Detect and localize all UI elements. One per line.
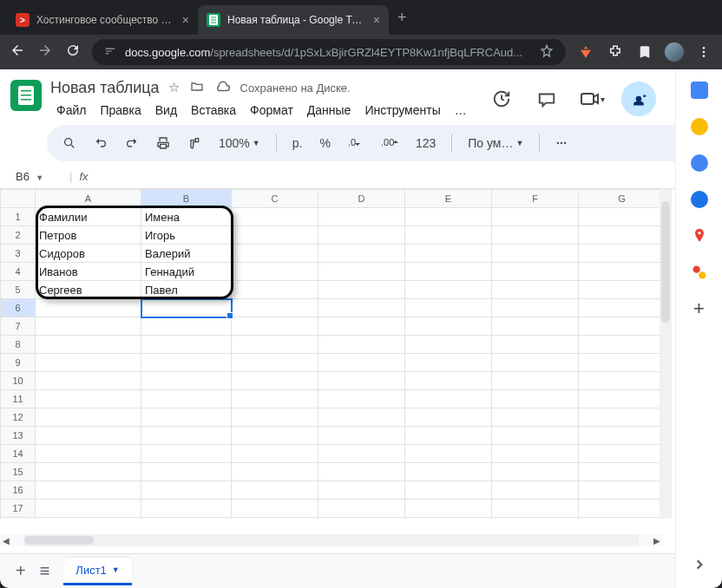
col-header[interactable]: D (318, 190, 405, 208)
cell[interactable] (36, 354, 141, 372)
comments-button[interactable] (531, 83, 562, 114)
cell[interactable] (492, 336, 579, 354)
row-header[interactable]: 14 (1, 445, 36, 463)
cell[interactable] (492, 372, 579, 390)
cell[interactable] (405, 263, 492, 281)
cell[interactable] (232, 299, 318, 317)
formula-bar[interactable] (95, 170, 722, 183)
spreadsheet-grid[interactable]: A B C D E F G 1ФамилииИмена 2ПетровИгорь… (0, 189, 666, 519)
cell[interactable] (141, 336, 232, 354)
cell[interactable]: Павел (141, 281, 232, 299)
undo-button[interactable] (89, 133, 113, 154)
cell[interactable] (579, 317, 666, 336)
paint-format-button[interactable] (182, 133, 207, 154)
col-header[interactable]: B (141, 190, 232, 208)
cell[interactable] (405, 208, 492, 226)
cell[interactable] (318, 208, 405, 226)
col-header[interactable]: C (232, 190, 318, 208)
get-addons-button[interactable]: + (691, 300, 708, 317)
zoom-select[interactable]: 100% ▼ (213, 133, 266, 154)
extension-icon[interactable] (576, 42, 595, 62)
cell[interactable] (492, 463, 579, 481)
cell[interactable] (492, 354, 579, 372)
cell[interactable] (579, 299, 666, 317)
cell[interactable] (141, 427, 232, 445)
cell[interactable] (232, 226, 318, 245)
cell[interactable]: Геннадий (141, 263, 232, 281)
cell[interactable]: Фамилии (36, 208, 141, 226)
cell[interactable] (232, 281, 318, 299)
omnibox[interactable]: docs.google.com/spreadsheets/d/1pSxLxBji… (92, 39, 566, 65)
cell[interactable] (492, 208, 579, 226)
cell[interactable] (36, 445, 141, 463)
add-sheet-button[interactable]: + (16, 561, 26, 581)
cell[interactable] (405, 354, 492, 372)
cell[interactable] (492, 245, 579, 263)
cell[interactable] (36, 463, 141, 481)
cell[interactable]: Валерий (141, 245, 232, 263)
menu-file[interactable]: Файл (50, 101, 92, 120)
cell[interactable] (232, 518, 318, 519)
site-info-icon[interactable] (104, 45, 116, 60)
cell[interactable] (232, 500, 318, 518)
menu-format[interactable]: Формат (244, 101, 299, 120)
cell[interactable]: Имена (141, 208, 232, 226)
forward-button[interactable] (36, 42, 54, 62)
menu-data[interactable]: Данные (301, 101, 358, 120)
cell[interactable] (318, 226, 405, 245)
cell[interactable] (232, 263, 318, 281)
browser-tab-1[interactable]: > Хостинговое сообщество «Tim × (7, 5, 198, 35)
col-header[interactable]: E (405, 190, 492, 208)
cell[interactable] (232, 354, 318, 372)
cell[interactable] (141, 481, 232, 500)
cell[interactable] (405, 500, 492, 518)
row-header[interactable]: 7 (1, 317, 36, 336)
cell[interactable] (405, 445, 492, 463)
menu-tools[interactable]: Инструменты (358, 101, 446, 120)
row-header[interactable]: 6 (1, 299, 36, 317)
cell[interactable] (492, 317, 579, 336)
cell[interactable] (318, 518, 405, 519)
cell[interactable] (318, 445, 405, 463)
cell[interactable] (405, 317, 492, 336)
more-toolbar-button[interactable] (550, 134, 573, 153)
browser-tab-2[interactable]: Новая таблица - Google Табли × (198, 5, 389, 35)
row-header[interactable]: 10 (1, 372, 36, 390)
contacts-icon[interactable] (691, 191, 708, 208)
cell[interactable] (579, 445, 666, 463)
cell[interactable] (492, 390, 579, 408)
cell[interactable] (579, 500, 666, 518)
bookmark-icon[interactable] (635, 42, 654, 62)
tasks-icon[interactable] (691, 154, 708, 172)
row-header[interactable]: 8 (1, 336, 36, 354)
row-header[interactable]: 4 (1, 263, 36, 281)
active-cell[interactable] (141, 299, 232, 317)
cell[interactable] (318, 481, 405, 500)
cell[interactable] (232, 463, 318, 481)
hide-sidepanel-button[interactable] (693, 559, 706, 574)
cell[interactable] (492, 445, 579, 463)
cell[interactable] (36, 518, 141, 519)
cell[interactable] (318, 317, 405, 336)
cell[interactable]: Иванов (36, 263, 141, 281)
cell[interactable] (318, 372, 405, 390)
back-button[interactable] (9, 42, 26, 62)
row-header[interactable]: 2 (1, 226, 36, 245)
close-icon[interactable]: × (373, 13, 380, 27)
profile-avatar[interactable] (665, 42, 684, 62)
cell[interactable] (36, 390, 141, 408)
cell[interactable] (318, 245, 405, 263)
cell[interactable] (579, 518, 666, 519)
new-tab-button[interactable]: + (389, 9, 416, 27)
sheets-logo[interactable] (10, 80, 42, 111)
maps-icon[interactable] (691, 227, 708, 245)
cell[interactable] (579, 263, 666, 281)
font-select[interactable]: По ум… ▼ (463, 133, 528, 154)
row-header[interactable]: 12 (1, 408, 36, 427)
keep-icon[interactable] (691, 118, 708, 135)
row-header[interactable]: 13 (1, 427, 36, 445)
cell[interactable] (492, 518, 579, 519)
cell[interactable] (232, 427, 318, 445)
cell[interactable] (405, 481, 492, 500)
cell[interactable] (579, 281, 666, 299)
